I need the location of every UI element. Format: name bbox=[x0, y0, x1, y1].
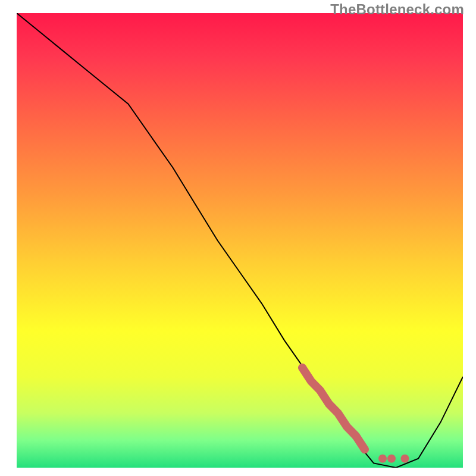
highlight-dot bbox=[387, 455, 396, 463]
series-highlight-dots bbox=[378, 455, 409, 463]
chart-background bbox=[17, 13, 463, 468]
highlight-dot bbox=[378, 455, 387, 463]
highlight-dot bbox=[401, 455, 409, 463]
watermark-text: TheBottleneck.com bbox=[330, 1, 464, 18]
chart-stage: TheBottleneck.com bbox=[0, 0, 476, 476]
bottleneck-chart bbox=[0, 0, 476, 476]
